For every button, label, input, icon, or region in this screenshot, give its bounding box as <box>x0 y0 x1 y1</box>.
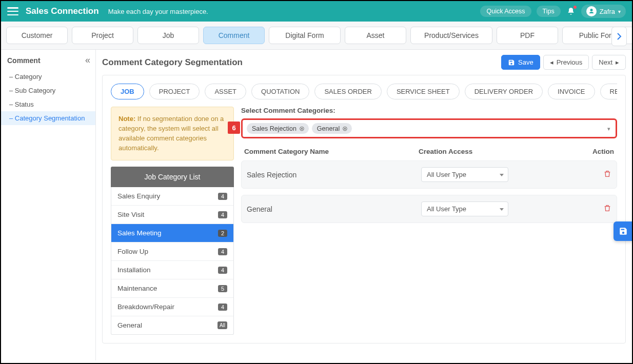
sub-tab-project[interactable]: PROJECT <box>149 84 200 99</box>
floating-save-button[interactable] <box>614 221 633 241</box>
next-button[interactable]: Next▸ <box>592 55 626 70</box>
user-name: Zafra <box>600 8 615 15</box>
th-action: Action <box>583 148 614 155</box>
chevron-down-icon: ▾ <box>607 125 610 132</box>
table-row: Sales Rejection All User Type <box>241 160 617 189</box>
category-list: Sales Enquiry4 Site Visit4 Sales Meeting… <box>111 187 234 335</box>
category-list-header: Job Category List <box>111 167 234 187</box>
comment-categories-multiselect[interactable]: Sales Rejection⊗ General⊗ ▾ <box>241 118 617 138</box>
save-button[interactable]: Save <box>501 55 540 70</box>
quick-access-button[interactable]: Quick Access <box>480 6 531 17</box>
th-access: Creation Access <box>419 148 521 155</box>
topbar: Sales Connection Make each day your mast… <box>1 1 632 22</box>
sub-tab-delivery-order[interactable]: DELIVERY ORDER <box>465 84 543 99</box>
main: Comment Category Segmentation Save ◂Prev… <box>96 50 632 360</box>
chevron-right-icon: ▸ <box>616 58 619 66</box>
sub-tabs: JOB PROJECT ASSET QUOTATION SALES ORDER … <box>111 84 617 99</box>
access-select[interactable]: All User Type <box>421 201 508 216</box>
nav-tab-customer[interactable]: Customer <box>6 27 68 44</box>
nav-tab-asset[interactable]: Asset <box>345 27 406 44</box>
delete-icon[interactable] <box>603 171 611 179</box>
previous-button[interactable]: ◂Previous <box>543 55 589 70</box>
access-select[interactable]: All User Type <box>421 167 508 182</box>
chip-general[interactable]: General⊗ <box>312 123 352 134</box>
sub-tab-asset[interactable]: ASSET <box>205 84 246 99</box>
nav-tab-product-services[interactable]: Product/Services <box>410 27 492 44</box>
note-label: Note: <box>118 115 135 123</box>
select-categories-label: Select Comment Categories: <box>241 107 617 114</box>
cat-item-sales-enquiry[interactable]: Sales Enquiry4 <box>111 187 233 206</box>
save-icon <box>619 227 628 236</box>
save-icon <box>508 59 515 66</box>
user-menu[interactable]: Zafra ▾ <box>581 5 626 18</box>
notification-dot <box>573 5 577 9</box>
nav-tab-comment[interactable]: Comment <box>203 27 265 44</box>
sub-tab-invoice[interactable]: INVOICE <box>548 84 595 99</box>
cat-item-maintenance[interactable]: Maintenance5 <box>111 279 233 298</box>
chip-sales-rejection[interactable]: Sales Rejection⊗ <box>247 123 309 134</box>
nav-tab-project[interactable]: Project <box>72 27 133 44</box>
nav-tabs: Customer Project Job Comment Digital For… <box>1 22 632 50</box>
note-box: Note: If no segmentation done on a categ… <box>111 107 234 160</box>
menu-icon[interactable] <box>7 7 18 15</box>
categories-table: Comment Category Name Creation Access Ac… <box>241 148 617 223</box>
chip-remove-icon[interactable]: ⊗ <box>299 125 305 132</box>
cat-item-sales-meeting[interactable]: Sales Meeting2 <box>111 224 233 242</box>
th-name: Comment Category Name <box>244 148 419 155</box>
table-row: General All User Type <box>241 195 617 223</box>
notifications-icon[interactable] <box>566 6 576 16</box>
side-item-category[interactable]: – Category <box>7 70 95 84</box>
sub-tab-quotation[interactable]: QUOTATION <box>251 84 309 99</box>
row-name: Sales Rejection <box>247 171 421 179</box>
avatar-icon <box>586 6 597 16</box>
nav-scroll-right[interactable] <box>611 27 627 46</box>
callout-marker: 6 <box>228 122 240 134</box>
page-title: Comment Category Segmentation <box>102 57 243 68</box>
side-item-status[interactable]: – Status <box>7 97 95 111</box>
chevron-down-icon: ▾ <box>618 9 621 14</box>
chevron-right-icon <box>617 33 622 40</box>
nav-tab-job[interactable]: Job <box>137 27 199 44</box>
side-title: Comment <box>7 56 41 65</box>
cat-item-follow-up[interactable]: Follow Up4 <box>111 242 233 261</box>
side-nav: Comment « – Category – Sub Category – St… <box>1 50 96 360</box>
tips-button[interactable]: Tips <box>537 6 561 17</box>
cat-item-breakdown-repair[interactable]: Breakdown/Repair4 <box>111 298 233 316</box>
nav-tab-digital-form[interactable]: Digital Form <box>269 27 341 44</box>
tagline: Make each day your masterpiece. <box>108 8 208 15</box>
nav-tab-pdf[interactable]: PDF <box>497 27 558 44</box>
row-name: General <box>247 205 421 213</box>
sub-tab-receipt[interactable]: RECEIPT <box>600 84 617 99</box>
side-item-category-segmentation[interactable]: – Category Segmentation <box>1 111 95 125</box>
chevron-left-icon: ◂ <box>550 58 553 66</box>
sub-tab-job[interactable]: JOB <box>111 84 144 99</box>
collapse-icon[interactable]: « <box>85 55 90 66</box>
brand: Sales Connection <box>26 6 99 16</box>
sub-tab-sales-order[interactable]: SALES ORDER <box>314 84 381 99</box>
cat-item-installation[interactable]: Installation4 <box>111 261 233 279</box>
cat-item-site-visit[interactable]: Site Visit4 <box>111 206 233 224</box>
chip-remove-icon[interactable]: ⊗ <box>342 125 348 132</box>
delete-icon[interactable] <box>603 205 611 214</box>
side-item-sub-category[interactable]: – Sub Category <box>7 84 95 97</box>
sub-tab-service-sheet[interactable]: SERVICE SHEET <box>387 84 460 99</box>
cat-item-general[interactable]: GeneralAll <box>111 316 233 334</box>
